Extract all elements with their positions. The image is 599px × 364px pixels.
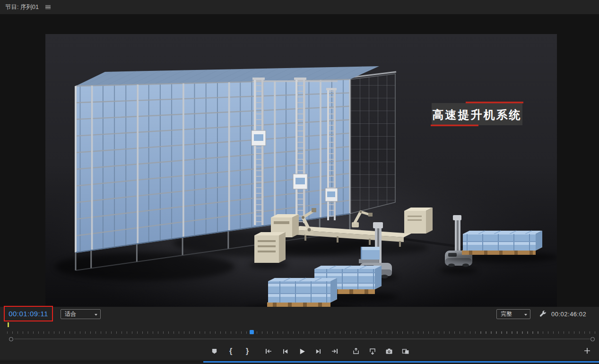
playback-resolution-select[interactable]: 完整 (496, 309, 530, 319)
overlay-accent-line-top (466, 102, 523, 104)
duration-timecode: 00:02:46:02 (551, 311, 586, 318)
add-marker-button[interactable] (209, 346, 220, 357)
program-monitor: 高速提升机系统 (0, 14, 599, 307)
comparison-view-button[interactable] (400, 346, 411, 357)
comparison-view-icon (402, 347, 409, 355)
playhead[interactable] (250, 330, 254, 334)
timecode-highlight: 00:01:09:11 (4, 306, 53, 321)
zoom-level-value: 适合 (65, 310, 76, 318)
zoom-handle-left[interactable] (9, 337, 13, 341)
timeline-ruler[interactable] (7, 331, 595, 334)
go-to-in-button[interactable] (263, 346, 274, 357)
zoom-level-select[interactable]: 适合 (61, 309, 101, 319)
step-forward-button[interactable] (313, 346, 324, 357)
title-overlay: 高速提升机系统 (431, 102, 523, 126)
panel-tab-bar: 节目: 序列01 (0, 0, 599, 14)
export-frame-button[interactable] (384, 346, 395, 357)
monitor-controls: 00:01:09:11 适合 完整 00:02:46:02 (0, 307, 599, 324)
extract-icon (369, 347, 376, 355)
step-back-button[interactable] (280, 346, 291, 357)
step-forward-icon (315, 348, 322, 355)
horizontal-scrollbar[interactable] (203, 361, 599, 363)
settings-wrench-icon[interactable] (538, 310, 547, 319)
overlay-title-text: 高速提升机系统 (433, 108, 522, 121)
extract-button[interactable] (367, 346, 378, 357)
panel-menu-icon[interactable] (45, 4, 52, 10)
mark-out-icon: } (246, 347, 249, 355)
play-icon (298, 347, 306, 355)
camera-icon (385, 347, 393, 355)
mark-out-button[interactable]: } (242, 346, 253, 357)
go-to-in-icon (265, 347, 272, 355)
lift-button[interactable] (351, 346, 362, 357)
step-back-icon (282, 348, 289, 355)
in-point-marker (8, 322, 9, 327)
lift-icon (352, 347, 360, 355)
go-to-out-button[interactable] (330, 346, 340, 357)
video-preview: 高速提升机系统 (45, 34, 557, 321)
zoom-handle-right[interactable] (590, 337, 595, 341)
overlay-accent-line-bottom (431, 125, 478, 127)
transport-bar: { } (0, 345, 599, 358)
plus-icon (583, 347, 591, 355)
current-timecode[interactable]: 00:01:09:11 (9, 310, 48, 318)
go-to-out-icon (331, 347, 339, 355)
marker-icon (211, 348, 218, 355)
zoom-scrollbar-track[interactable] (14, 338, 590, 339)
play-button[interactable] (296, 346, 307, 357)
mark-in-icon: { (229, 347, 232, 355)
panel-tab-title[interactable]: 节目: 序列01 (0, 3, 39, 11)
empty-rack-frame (350, 72, 396, 214)
playback-resolution-value: 完整 (501, 310, 512, 318)
mark-in-button[interactable]: { (226, 346, 236, 357)
button-editor-plus-button[interactable] (582, 347, 592, 356)
